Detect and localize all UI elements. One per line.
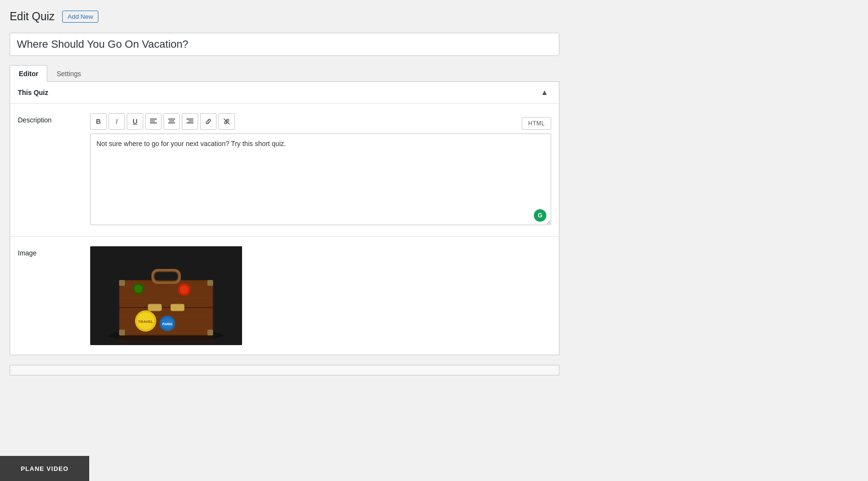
description-textarea[interactable]: Not sure where to go for your next vacat… [90, 134, 551, 225]
svg-rect-0 [150, 119, 157, 120]
svg-rect-5 [168, 122, 175, 123]
page-title: Edit Quiz [10, 10, 54, 24]
link-button[interactable] [200, 113, 217, 130]
bold-button[interactable]: B [90, 113, 107, 130]
page-header: Edit Quiz Add New [10, 10, 569, 24]
svg-rect-8 [187, 122, 193, 123]
bottom-video-bar: PLANE VIDEO [0, 456, 89, 481]
align-left-button[interactable] [145, 113, 162, 130]
collapse-button[interactable]: ▲ [538, 88, 551, 97]
section-header: This Quiz ▲ [10, 82, 559, 104]
html-button[interactable]: HTML [522, 117, 551, 130]
image-label: Image [18, 246, 81, 345]
svg-rect-6 [187, 119, 193, 120]
italic-button[interactable]: I [108, 113, 125, 130]
svg-rect-4 [169, 120, 174, 121]
align-center-button[interactable] [163, 113, 180, 130]
svg-point-30 [134, 284, 143, 293]
grammarly-icon: G [534, 209, 546, 222]
quiz-image[interactable]: TRAVEL PARIS [90, 246, 242, 345]
image-field-row: Image [10, 237, 559, 355]
align-right-button[interactable] [182, 113, 198, 130]
bottom-panel [10, 365, 559, 375]
svg-rect-3 [168, 119, 175, 120]
quiz-title-input[interactable] [10, 33, 559, 56]
svg-rect-17 [148, 304, 162, 311]
tabs-row: Editor Settings [10, 65, 559, 82]
svg-rect-18 [171, 304, 184, 311]
section-title: This Quiz [18, 89, 48, 96]
tab-settings[interactable]: Settings [47, 65, 90, 82]
svg-rect-33 [207, 280, 213, 286]
svg-rect-7 [189, 120, 193, 121]
tab-editor[interactable]: Editor [10, 65, 47, 82]
description-field-content: B I U [90, 113, 551, 227]
svg-rect-1 [150, 120, 155, 121]
svg-rect-2 [150, 122, 157, 123]
image-field-content: TRAVEL PARIS [90, 246, 551, 345]
description-field-row: Description B I U [10, 104, 559, 237]
svg-text:PARIS: PARIS [163, 322, 173, 326]
svg-rect-35 [207, 330, 213, 335]
svg-rect-32 [119, 280, 125, 286]
bottom-video-label: PLANE VIDEO [21, 465, 68, 472]
description-label: Description [18, 113, 81, 227]
main-panel: This Quiz ▲ Description B I U [10, 82, 559, 355]
add-new-button[interactable]: Add New [62, 11, 98, 23]
svg-rect-34 [119, 330, 125, 335]
editor-area-wrapper: Not sure where to go for your next vacat… [90, 134, 551, 227]
svg-text:TRAVEL: TRAVEL [138, 320, 153, 324]
svg-rect-31 [119, 335, 213, 343]
svg-point-28 [179, 285, 189, 294]
unlink-button[interactable] [218, 113, 235, 130]
suitcase-svg: TRAVEL PARIS [90, 246, 242, 345]
underline-button[interactable]: U [127, 113, 143, 130]
toolbar-buttons: B I U [90, 113, 235, 130]
editor-toolbar: B I U [90, 113, 551, 134]
